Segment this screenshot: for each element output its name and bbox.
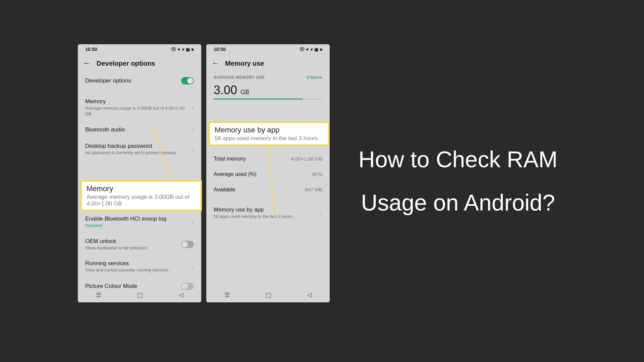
- recents-icon[interactable]: ☰: [96, 291, 101, 299]
- bluetooth-audio-label: Bluetooth audio: [85, 126, 192, 133]
- chevron-right-icon: ›: [192, 146, 194, 153]
- status-icons: ⓝ ✦ ▾ ▣ ■: [171, 46, 194, 52]
- chevron-right-icon: ›: [192, 263, 194, 270]
- status-bar: 10:50 ⓝ ✦ ▾ ▣ ■: [78, 44, 201, 54]
- cast-icon: ▣: [314, 47, 318, 52]
- total-memory-row: Total memory 4.00+1.00 GB: [214, 151, 322, 167]
- vibrate-icon: ✦: [177, 47, 181, 52]
- hci-snoop-row[interactable]: Enable Bluetooth HCI snoop log Disabled …: [85, 211, 194, 233]
- available-value: 657 MB: [305, 187, 322, 193]
- callout-title: Memory use by app: [215, 126, 323, 134]
- navigation-bar: ☰ ▢ ◁: [78, 288, 201, 302]
- hci-sub: Disabled: [85, 223, 192, 229]
- by-app-sub: 58 apps used memory in the last 3 hours: [214, 214, 320, 220]
- status-time: 10:50: [214, 47, 226, 52]
- chevron-right-icon: ›: [192, 219, 194, 226]
- dev-options-toggle[interactable]: [181, 77, 194, 84]
- hci-title: Enable Bluetooth HCI snoop log: [85, 216, 192, 222]
- page-header: ← Developer options: [78, 54, 201, 72]
- oem-title: OEM unlock: [85, 238, 181, 245]
- running-sub: View and control currently running servi…: [85, 267, 192, 273]
- callout-title: Memory: [87, 184, 196, 193]
- memory-value: 3.00 GB: [214, 83, 322, 97]
- status-time: 10:50: [85, 47, 97, 52]
- recents-icon[interactable]: ☰: [224, 291, 230, 299]
- vibrate-icon: ✦: [306, 47, 309, 52]
- callout-memory-by-app-highlight: Memory use by app 58 apps used memory in…: [209, 122, 329, 146]
- callout-sub: 58 apps used memory in the last 3 hours: [215, 135, 323, 142]
- page-header: ← Memory use: [206, 54, 330, 72]
- total-value: 4.00+1.00 GB: [291, 156, 322, 162]
- section-header: AVERAGE MEMORY USE 3 hours: [214, 75, 322, 80]
- phone-screenshot-developer-options: 10:50 ⓝ ✦ ▾ ▣ ■ ← Developer options Deve…: [78, 44, 201, 302]
- nfc-icon: ⓝ: [171, 46, 176, 52]
- chevron-right-icon: ›: [320, 209, 322, 217]
- desktop-backup-title: Desktop backup password: [85, 143, 192, 149]
- dev-options-label: Developer options: [85, 77, 181, 84]
- back-arrow-icon[interactable]: ←: [212, 59, 219, 68]
- bluetooth-audio-row[interactable]: Bluetooth audio ›: [85, 122, 194, 138]
- callout-memory-highlight: Memory Average memory usage is 3.00GB ou…: [80, 180, 202, 211]
- memory-sub: Average memory usage is 3.00GB out of 4.…: [85, 106, 192, 117]
- available-label: Available: [214, 187, 235, 193]
- oem-toggle[interactable]: [181, 241, 194, 248]
- wifi-icon: ▾: [182, 47, 184, 52]
- oem-unlock-row[interactable]: OEM unlock Allow bootloader to be unlock…: [85, 233, 194, 256]
- memory-number: 3.00: [214, 83, 237, 97]
- by-app-title: Memory use by app: [214, 206, 320, 213]
- status-icons: ⓝ ✦ ▾ ▣ ■: [300, 46, 322, 52]
- status-bar: 10:50 ⓝ ✦ ▾ ▣ ■: [206, 44, 330, 54]
- navigation-bar: ☰ ▢ ◁: [206, 288, 330, 302]
- back-arrow-icon[interactable]: ←: [83, 59, 91, 68]
- running-title: Running services: [85, 260, 192, 267]
- memory-by-app-row[interactable]: Memory use by app 58 apps used memory in…: [214, 202, 322, 224]
- wifi-icon: ▾: [311, 47, 313, 52]
- back-icon[interactable]: ◁: [179, 291, 183, 299]
- developer-options-toggle-row[interactable]: Developer options: [85, 72, 194, 89]
- title-panel: How to Check RAM Usage on Android?: [330, 44, 566, 318]
- phone-screenshot-memory-use: 10:50 ⓝ ✦ ▾ ▣ ■ ← Memory use AVERAGE MEM…: [206, 44, 330, 302]
- page-title: Memory use: [225, 60, 264, 67]
- back-icon[interactable]: ◁: [307, 291, 312, 299]
- cast-icon: ▣: [186, 47, 190, 52]
- avg-value: 82%: [312, 171, 322, 177]
- battery-icon: ■: [320, 47, 322, 52]
- memory-title: Memory: [85, 98, 192, 105]
- callout-sub: Average memory usage is 3.00GB out of 4.…: [87, 194, 196, 207]
- tutorial-title: How to Check RAM Usage on Android?: [350, 138, 566, 224]
- home-icon[interactable]: ▢: [137, 291, 143, 299]
- memory-unit: GB: [240, 89, 249, 96]
- home-icon[interactable]: ▢: [266, 291, 271, 299]
- avg-label: Average used (%): [214, 171, 257, 177]
- chevron-right-icon: ›: [192, 104, 194, 111]
- time-range-selector[interactable]: 3 hours: [307, 75, 322, 80]
- running-services-row[interactable]: Running services View and control curren…: [85, 255, 194, 278]
- memory-row[interactable]: Memory Average memory usage is 3.00GB ou…: [85, 94, 194, 122]
- oem-sub: Allow bootloader to be unlocked.: [85, 245, 181, 251]
- avg-used-row: Average used (%) 82%: [214, 167, 322, 182]
- nfc-icon: ⓝ: [300, 46, 304, 52]
- desktop-backup-sub: No password is currently set to protect …: [85, 150, 192, 156]
- battery-icon: ■: [191, 47, 194, 52]
- desktop-backup-row[interactable]: Desktop backup password No password is c…: [85, 138, 194, 161]
- memory-progress-bar: [214, 99, 322, 100]
- available-row: Available 657 MB: [214, 182, 322, 197]
- chevron-right-icon: ›: [192, 126, 194, 133]
- total-label: Total memory: [214, 156, 246, 162]
- avg-mem-label: AVERAGE MEMORY USE: [214, 75, 265, 80]
- page-title: Developer options: [97, 60, 155, 67]
